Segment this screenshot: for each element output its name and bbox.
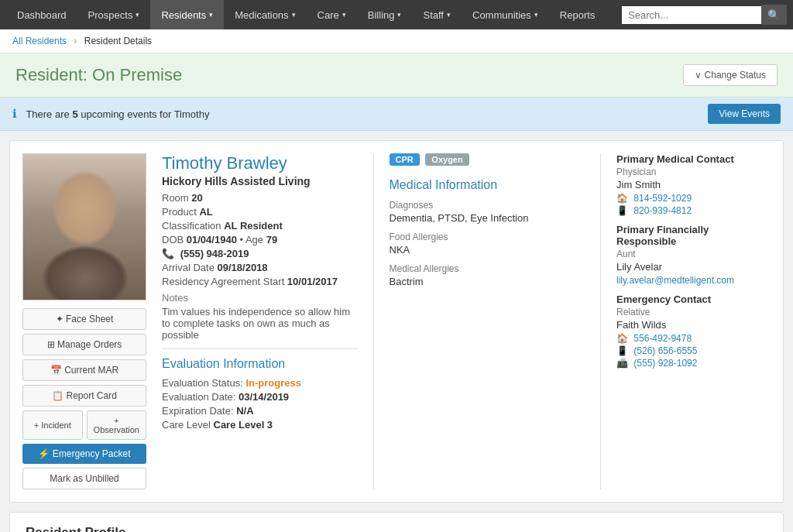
search-input[interactable]: [622, 6, 761, 24]
primary-financial-name: Lily Avelar: [616, 261, 771, 273]
primary-medical-name: Jim Smith: [616, 179, 771, 190]
events-message: ℹ There are 5 upcoming events for Timoth…: [12, 107, 209, 121]
primary-financial-role: Aunt: [616, 249, 771, 259]
emergency-phone2: 📱 (526) 656-6555: [616, 345, 771, 356]
residents-dropdown-icon: ▾: [209, 11, 213, 19]
medical-allergies-value: Bactrim: [390, 276, 585, 287]
medical-allergies-label: Medical Allergies: [390, 263, 585, 274]
info-icon: ℹ: [12, 107, 17, 120]
dob-line: DOB 01/04/1940 • Age 79: [162, 234, 358, 245]
emergency-contact-title: Emergency Contact: [616, 293, 771, 305]
communities-dropdown-icon: ▾: [534, 11, 538, 19]
eval-expiration-line: Expiration Date: N/A: [162, 405, 358, 417]
eval-status-line: Evaluation Status: In-progress: [162, 377, 358, 389]
search-button[interactable]: 🔍: [761, 5, 787, 25]
resident-facility: Hickory Hills Assisted Living: [162, 175, 358, 187]
resident-photo: [22, 153, 146, 300]
nav-reports[interactable]: Reports: [549, 0, 606, 29]
main-content: ✦ Face Sheet ⊞ Manage Orders 📅 Current M…: [9, 140, 784, 503]
breadcrumb: All Residents › Resident Details: [0, 29, 793, 53]
phone-line: 📞 (555) 948-2019: [162, 248, 358, 259]
notes-value: Tim values his independence so allow him…: [162, 306, 358, 341]
primary-medical-title: Primary Medical Contact: [616, 153, 771, 165]
breadcrumb-parent[interactable]: All Residents: [12, 36, 67, 46]
food-allergies-label: Food Allergies: [390, 232, 585, 242]
nav-dashboard[interactable]: Dashboard: [6, 0, 77, 29]
primary-medical-role: Physician: [616, 166, 771, 177]
observation-button[interactable]: + Observation: [87, 410, 147, 440]
nav-prospects[interactable]: Prospects ▾: [77, 0, 151, 29]
emergency-name: Faith Wilds: [616, 319, 771, 331]
section-divider: [162, 348, 358, 349]
residency-line: Residency Agreement Start 10/01/2017: [162, 276, 358, 287]
nav-medications[interactable]: Medications ▾: [224, 0, 306, 29]
mobile-phone-icon: 📱: [616, 205, 628, 216]
current-mar-button[interactable]: 📅 Current MAR: [22, 359, 146, 381]
events-bar: ℹ There are 5 upcoming events for Timoth…: [0, 98, 793, 131]
profile-text: Resident Profile Manage profile informat…: [26, 525, 273, 532]
phone-icon: 📞: [162, 248, 174, 259]
eval-date-line: Evaluation Date: 03/14/2019: [162, 391, 358, 403]
primary-medical-phone2: 📱 820-939-4812: [616, 205, 771, 216]
manage-orders-button[interactable]: ⊞ Manage Orders: [22, 334, 146, 355]
change-status-button[interactable]: ∨ Change Status: [683, 64, 778, 86]
diagnoses-value: Dementia, PTSD, Eye Infection: [390, 212, 585, 224]
billing-dropdown-icon: ▾: [397, 11, 401, 19]
oxygen-badge: Oxygen: [425, 153, 469, 166]
resident-name: Timothy Brawley: [162, 153, 358, 173]
breadcrumb-current: Resident Details: [84, 36, 152, 46]
mark-unbilled-button[interactable]: Mark as Unbilled: [22, 468, 146, 489]
emergency-phone1: 🏠 556-492-9478: [616, 333, 771, 344]
staff-dropdown-icon: ▾: [447, 11, 451, 19]
primary-medical-phone1: 🏠 814-592-1029: [616, 193, 771, 204]
breadcrumb-separator: ›: [74, 36, 77, 46]
emergency-role: Relative: [616, 307, 771, 317]
room-line: Room 20: [162, 192, 358, 204]
view-events-button[interactable]: View Events: [708, 104, 781, 124]
medications-dropdown-icon: ▾: [292, 11, 296, 19]
search-bar: 🔍: [622, 5, 787, 25]
face-sheet-button[interactable]: ✦ Face Sheet: [22, 308, 146, 330]
medical-badges: CPR Oxygen: [390, 153, 585, 172]
food-allergies-value: NKA: [390, 244, 585, 256]
status-header: Resident: On Premise ∨ Change Status: [0, 53, 793, 98]
medical-info: CPR Oxygen Medical Information Diagnoses…: [373, 153, 585, 489]
primary-financial-email[interactable]: lily.avelar@medtelligent.com: [616, 275, 771, 286]
incident-observation-row: + Incident + Observation: [22, 410, 146, 440]
incident-button[interactable]: + Incident: [22, 410, 83, 440]
resident-details: Timothy Brawley Hickory Hills Assisted L…: [162, 153, 358, 489]
product-line: Product AL: [162, 206, 358, 218]
events-count: 5: [72, 108, 77, 120]
fax-icon-emergency: 📠: [616, 358, 628, 369]
sidebar-buttons: ✦ Face Sheet ⊞ Manage Orders 📅 Current M…: [22, 153, 146, 489]
navbar: Dashboard Prospects ▾ Residents ▾ Medica…: [0, 0, 793, 29]
cpr-badge: CPR: [390, 153, 420, 166]
eval-status-value: In-progress: [245, 377, 301, 389]
nav-staff[interactable]: Staff ▾: [412, 0, 462, 29]
profile-title: Resident Profile: [26, 525, 273, 532]
medical-section-title: Medical Information: [390, 178, 585, 192]
resident-info: ✦ Face Sheet ⊞ Manage Orders 📅 Current M…: [22, 153, 771, 489]
report-card-button[interactable]: 📋 Report Card: [22, 385, 146, 407]
nav-communities[interactable]: Communities ▾: [462, 0, 549, 29]
primary-financial-title: Primary Financially Responsible: [616, 224, 771, 247]
nav-care[interactable]: Care ▾: [307, 0, 357, 29]
eval-care-line: Care Level Care Level 3: [162, 419, 358, 431]
diagnoses-label: Diagnoses: [390, 200, 585, 211]
mobile-icon-emergency: 📱: [616, 345, 628, 356]
emergency-packet-button[interactable]: ⚡ Emergency Packet: [22, 444, 146, 464]
classification-line: Classification AL Resident: [162, 220, 358, 232]
evaluation-title: Evaluation Information: [162, 357, 358, 371]
nav-residents[interactable]: Residents ▾: [150, 0, 224, 29]
arrival-line: Arrival Date 09/18/2018: [162, 262, 358, 273]
contacts-column: Primary Medical Contact Physician Jim Sm…: [600, 153, 771, 489]
care-dropdown-icon: ▾: [342, 11, 346, 19]
prospects-dropdown-icon: ▾: [136, 11, 139, 19]
page-title: Resident: On Premise: [15, 65, 182, 85]
home-icon-emergency: 🏠: [616, 333, 628, 344]
home-phone-icon: 🏠: [616, 193, 628, 204]
nav-billing[interactable]: Billing ▾: [357, 0, 413, 29]
notes-label: Notes: [162, 292, 358, 304]
emergency-phone3: 📠 (555) 928-1092: [616, 358, 771, 369]
resident-profile-section: Resident Profile Manage profile informat…: [9, 512, 784, 532]
